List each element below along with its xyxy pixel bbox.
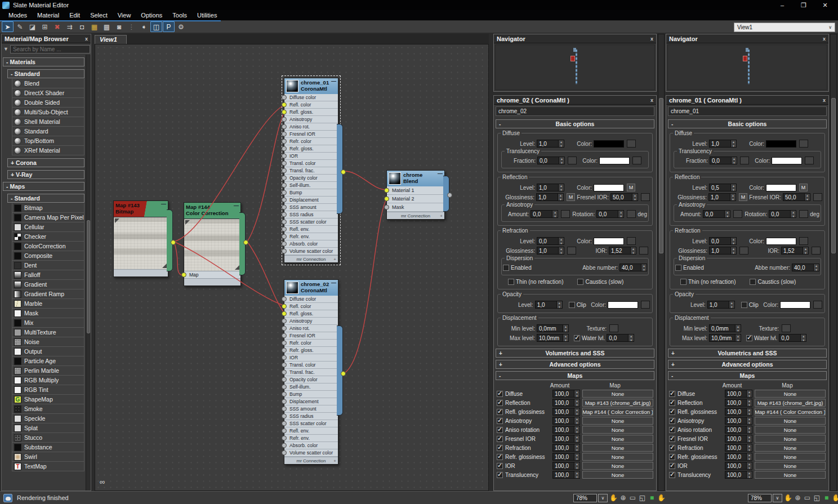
input-socket[interactable] — [282, 429, 287, 434]
menu-item[interactable]: Material — [32, 11, 64, 19]
tab-view1[interactable]: View1 — [95, 35, 127, 44]
map-enable-checkbox[interactable] — [669, 418, 675, 424]
node-slot[interactable]: Refr. env. — [284, 233, 338, 240]
map-amount-spinner[interactable]: 100,0▲▼ — [725, 426, 752, 434]
aniso-amount-map-button[interactable] — [561, 210, 570, 218]
map-slot-button[interactable]: Map #144 ( Color Correction ) — [755, 408, 826, 416]
map-enable-checkbox[interactable] — [669, 427, 675, 433]
output-tab[interactable] — [337, 325, 343, 416]
min-level-spinner[interactable]: 0,0mm▲▼ — [537, 324, 569, 332]
node-minimize-icon[interactable]: — — [331, 78, 336, 84]
browser-item[interactable]: DirectX Shader — [12, 88, 84, 98]
scrollbar-thumb[interactable] — [87, 220, 90, 333]
browser-item[interactable]: Gradient Ramp — [12, 289, 84, 299]
diffuse-color-swatch[interactable] — [594, 140, 624, 148]
node-slot[interactable]: Absorb. color — [284, 240, 338, 248]
map-enable-checkbox[interactable] — [497, 400, 503, 406]
min-level-spinner[interactable]: 0,0mm▲▼ — [709, 324, 741, 332]
diffuse-level-spinner[interactable]: 1,0▲▼ — [537, 140, 564, 148]
node-slot[interactable]: Refl. gloss. — [284, 310, 338, 318]
map-slot-button[interactable]: None — [582, 462, 653, 470]
browser-item[interactable]: Blend — [12, 79, 84, 88]
browser-item[interactable]: Composite — [12, 251, 84, 261]
group-materials[interactable]: - Materials — [3, 57, 84, 66]
refraction-level-spinner[interactable]: 0,0▲▼ — [709, 237, 737, 245]
search-input[interactable] — [10, 45, 90, 53]
input-socket[interactable] — [282, 117, 287, 122]
browser-item[interactable]: Camera Map Per Pixel — [12, 213, 84, 222]
water-level-checkbox[interactable] — [574, 335, 580, 341]
map-slot-button[interactable]: Map #144 ( Color Correction ) — [582, 408, 653, 416]
caustics-checkbox[interactable] — [577, 279, 583, 285]
node-minimize-icon[interactable]: — — [161, 201, 166, 207]
reflection-color-swatch[interactable] — [594, 184, 624, 191]
menu-item[interactable]: Select — [85, 11, 113, 19]
opacity-color-swatch[interactable] — [780, 301, 810, 309]
input-socket[interactable] — [282, 95, 287, 100]
zoom-tool-icon[interactable]: ⊕ — [618, 493, 628, 502]
map-slot-button[interactable]: Map #143 (chrome_dirt.jpg) — [755, 399, 826, 407]
browser-item[interactable]: Falloff — [12, 270, 84, 280]
browser-item[interactable]: Stucco — [12, 433, 84, 443]
browser-item[interactable]: Output — [12, 347, 84, 356]
zoom-tool-icon[interactable]: ◱ — [812, 493, 822, 502]
zoom-tool-icon[interactable]: ✋ — [657, 493, 666, 502]
input-socket[interactable] — [282, 370, 287, 375]
node-chrome-blend[interactable]: chromeBlend — Material 1 Material 2 Mask… — [386, 170, 445, 220]
browser-item[interactable]: Substance — [12, 443, 84, 452]
map-amount-spinner[interactable]: 100,0▲▼ — [552, 399, 580, 407]
node-slot[interactable]: Self-illum. — [284, 383, 338, 391]
rotation-spinner[interactable]: 0,0▲▼ — [596, 210, 624, 218]
max-level-spinner[interactable]: 10,0mm▲▼ — [709, 334, 741, 342]
node-slot[interactable]: IOR — [284, 153, 338, 160]
map-slot-button[interactable]: Map #143 (chrome_dirt.jpg) — [582, 399, 653, 407]
zoom-tool-icon[interactable]: ■ — [822, 493, 831, 502]
node-slot[interactable]: Aniso rot. — [284, 123, 338, 131]
node-header[interactable]: chromeBlend — — [387, 171, 444, 186]
menu-item[interactable]: Options — [136, 11, 167, 19]
group-materials-standard[interactable]: - Standard — [7, 69, 84, 78]
node-slot[interactable]: SSS scatter color — [284, 218, 338, 226]
input-socket[interactable] — [181, 273, 186, 278]
input-socket[interactable] — [282, 436, 287, 441]
map-amount-spinner[interactable]: 100,0▲▼ — [725, 435, 752, 443]
input-socket[interactable] — [282, 311, 287, 316]
toolbar-button[interactable]: ⇉ — [64, 21, 75, 32]
chevron-down-icon[interactable]: ∨ — [598, 494, 608, 502]
node-slot[interactable]: Displacement — [284, 197, 338, 204]
reflection-level-spinner[interactable]: 1,0▲▼ — [537, 184, 564, 191]
browser-item[interactable]: Gradient — [12, 280, 84, 289]
panel-scrollbar[interactable] — [830, 34, 837, 491]
toolbar-button[interactable]: ⋮ — [126, 21, 137, 32]
zoom-level-field[interactable]: 78% — [573, 494, 597, 502]
water-level-spinner[interactable]: 0,0▲▼ — [607, 334, 634, 342]
translucency-color-map-button[interactable] — [805, 157, 814, 164]
map-slot-button[interactable]: None — [582, 444, 653, 452]
opacity-color-map-button[interactable] — [813, 301, 822, 309]
input-socket[interactable] — [282, 341, 287, 346]
browser-item[interactable]: Double Sided — [12, 98, 84, 108]
dispersion-enabled-checkbox[interactable] — [675, 265, 681, 271]
browser-item[interactable]: Cellular — [12, 222, 84, 232]
translucency-color-swatch[interactable] — [772, 157, 802, 164]
input-socket[interactable] — [282, 205, 287, 210]
node-footer[interactable]: mr Connection + — [387, 212, 444, 219]
zoom-tool-icon[interactable]: ✋ — [831, 493, 838, 502]
input-socket[interactable] — [282, 110, 287, 115]
input-socket[interactable] — [282, 443, 287, 448]
toolbar-button[interactable]: ⚙ — [175, 21, 187, 32]
node-slot[interactable]: Refr. gloss. — [284, 145, 338, 153]
node-slot[interactable]: Opacity color — [284, 175, 338, 182]
navigator-header[interactable]: Navigator x — [494, 34, 656, 43]
toolbar-button[interactable]: ✎ — [14, 21, 26, 32]
close-icon[interactable]: x — [85, 36, 88, 42]
aniso-amount-map-button[interactable] — [733, 210, 742, 218]
browser-item[interactable]: Bitmap — [12, 203, 84, 213]
node-slot[interactable]: Material 2 — [387, 195, 444, 203]
zoom-tool-icon[interactable]: ▭ — [628, 493, 638, 502]
output-socket[interactable] — [341, 170, 346, 175]
browser-item[interactable]: Marble — [12, 299, 84, 309]
aniso-amount-spinner[interactable]: 0,0▲▼ — [703, 210, 730, 218]
rollout-basic-options[interactable]: - Basic options — [496, 119, 654, 128]
node-slot[interactable]: Diffuse color — [284, 296, 338, 303]
